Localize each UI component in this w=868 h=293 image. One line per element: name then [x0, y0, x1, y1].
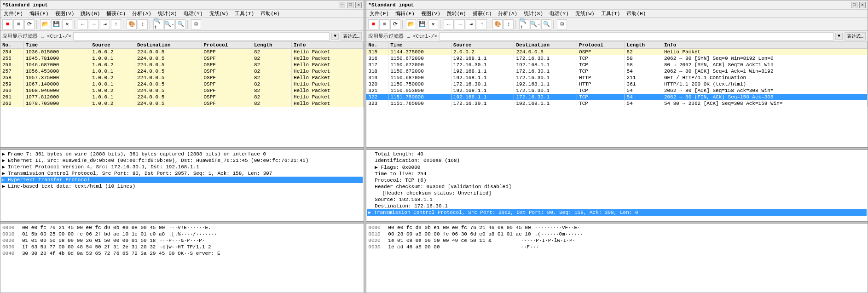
left-hex-scroll[interactable]: 0000 00 e0 fc 76 21 45 00 e0 fc d9 0b e0…: [0, 224, 364, 293]
left-tb-back[interactable]: ←: [78, 19, 88, 29]
detail-item[interactable]: [Header checksum status: Unverified]: [367, 190, 867, 196]
left-menu-file[interactable]: 文件(F): [2, 10, 24, 17]
right-filter-expr[interactable]: 表达式…: [845, 32, 866, 40]
left-menu-capture[interactable]: 捕获(C): [105, 10, 127, 17]
left-tb-resize[interactable]: ⊞: [191, 19, 201, 29]
left-minimize-btn[interactable]: —: [339, 2, 345, 8]
right-menu-tools[interactable]: 工具(T): [600, 10, 622, 17]
table-row[interactable]: 317 1150.672000 172.16.30.1 192.168.1.1 …: [366, 62, 867, 68]
table-row[interactable]: 316 1150.672000 192.168.1.1 172.16.30.1 …: [366, 55, 867, 62]
left-packet-list-scroll[interactable]: No. Time Source Destination Protocol Len…: [0, 42, 364, 148]
table-row[interactable]: 318 1150.672000 192.168.1.1 172.16.30.1 …: [366, 68, 867, 75]
right-tb-goto[interactable]: ⇥: [466, 19, 476, 29]
right-close-btn[interactable]: ✕: [859, 2, 866, 8]
left-filter-expr[interactable]: 表达式…: [341, 32, 362, 40]
table-row[interactable]: 255 1045.781000 1.0.0.1 224.0.0.5 OSPF 8…: [0, 55, 364, 62]
left-tb-restart[interactable]: ⟳: [24, 19, 35, 29]
left-tb-zoom-out[interactable]: 🔍-: [164, 19, 174, 29]
left-tb-zoom-in[interactable]: 🔍+: [153, 19, 163, 29]
left-menu-tools[interactable]: 工具(T): [233, 10, 255, 17]
detail-item[interactable]: Header checksum: 0x306d [validation disa…: [367, 184, 867, 190]
left-tb-zoom-reset[interactable]: 🔍: [175, 19, 185, 29]
detail-item[interactable]: Source: 192.168.1.1: [367, 196, 867, 203]
right-tb-up[interactable]: ↑: [477, 19, 487, 29]
left-maximize-btn[interactable]: □: [347, 2, 353, 8]
right-menu-wireless[interactable]: 无线(W): [574, 10, 596, 17]
right-tb-back[interactable]: ←: [444, 19, 454, 29]
detail-item[interactable]: ▶ Frame 7: 361 bytes on wire (2888 bits)…: [1, 151, 363, 157]
detail-item-tcp[interactable]: ▶ Transmission Control Protocol, Src Por…: [367, 209, 867, 216]
detail-item[interactable]: ▶ Ethernet II, Src: HuaweiTe_d9:0b:e0 (0…: [1, 157, 363, 164]
right-menu-phone[interactable]: 电话(Y): [548, 10, 570, 17]
left-tb-goto[interactable]: ⇥: [100, 19, 110, 29]
table-row[interactable]: 321 1150.953000 192.168.1.1 172.16.30.1 …: [366, 87, 867, 94]
table-row[interactable]: 315 1144.375000 2.0.0.2 224.0.0.5 OSPF 8…: [366, 49, 867, 56]
left-menu-edit[interactable]: 编辑(E): [28, 10, 50, 17]
table-row[interactable]: 322 1151.750000 192.168.1.1 172.16.30.1 …: [366, 94, 867, 100]
right-maximize-btn[interactable]: □: [851, 2, 857, 8]
table-row[interactable]: 323 1151.765000 172.16.30.1 192.168.1.1 …: [366, 100, 867, 107]
left-menu-wireless[interactable]: 无线(W): [208, 10, 230, 17]
left-detail-scroll[interactable]: ▶ Frame 7: 361 bytes on wire (2888 bits)…: [0, 150, 364, 221]
table-row[interactable]: 262 1078.703000 1.0.0.2 224.0.0.5 OSPF 8…: [0, 100, 364, 107]
right-tb-restart[interactable]: ⟳: [390, 19, 400, 29]
right-hex-scroll[interactable]: 0000 00 e0 fc d9 0b e1 00 e0 fc 76 21 46…: [366, 224, 868, 293]
right-tb-zoom-reset[interactable]: 🔍: [541, 19, 551, 29]
right-tb-zoom-in[interactable]: 🔍+: [519, 19, 529, 29]
right-tb-stop[interactable]: ■: [379, 19, 389, 29]
detail-item[interactable]: Time to live: 254: [367, 171, 867, 177]
left-menu-go[interactable]: 跳转(G): [79, 10, 101, 17]
table-row[interactable]: 258 1057.375000 1.0.0.2 224.0.0.5 OSPF 8…: [0, 75, 364, 81]
left-tb-start[interactable]: ■: [2, 19, 12, 29]
right-filter-input[interactable]: [439, 32, 833, 40]
right-menu-view[interactable]: 视图(V): [420, 10, 442, 17]
right-detail-scroll[interactable]: Total Length: 40Identification: 0x00a8 (…: [366, 150, 868, 221]
table-row[interactable]: 256 1046.687000 1.0.0.2 224.0.0.5 OSPF 8…: [0, 62, 364, 68]
left-tb-up[interactable]: ↑: [111, 19, 121, 29]
right-tb-zoom-out[interactable]: 🔍-: [530, 19, 540, 29]
detail-item[interactable]: Destination: 172.16.30.1: [367, 203, 867, 209]
left-tb-colorize[interactable]: 🎨: [127, 19, 137, 29]
left-filter-dropdown[interactable]: ▼: [331, 33, 339, 40]
right-menu-edit[interactable]: 编辑(E): [394, 10, 416, 17]
right-tb-autoscroll[interactable]: ↕: [503, 19, 514, 29]
table-row[interactable]: 320 1150.750000 172.16.30.1 192.168.1.1 …: [366, 81, 867, 87]
left-tb-forward[interactable]: →: [89, 19, 99, 29]
detail-item[interactable]: Total Length: 40: [367, 151, 867, 157]
right-tb-close[interactable]: ✕: [428, 19, 438, 29]
table-row[interactable]: 259 1067.140000 1.0.0.1 224.0.0.5 OSPF 8…: [0, 81, 364, 87]
left-tb-autoscroll[interactable]: ↕: [138, 19, 148, 29]
right-menu-go[interactable]: 跳转(G): [446, 10, 468, 17]
left-menu-stats[interactable]: 统计(S): [156, 10, 179, 17]
left-menu-help[interactable]: 帮助(H): [259, 10, 281, 17]
detail-item[interactable]: ▷ Hypertext Transfer Protocol: [1, 177, 363, 183]
right-tb-start[interactable]: ■: [368, 19, 378, 29]
table-row[interactable]: 260 1068.046000 1.0.0.2 224.0.0.5 OSPF 8…: [0, 87, 364, 94]
right-tb-open[interactable]: 📂: [406, 19, 416, 29]
left-menu-analyze[interactable]: 分析(A): [131, 10, 153, 17]
right-filter-dropdown[interactable]: ▼: [835, 33, 843, 40]
right-packet-list-scroll[interactable]: No. Time Source Destination Protocol Len…: [366, 42, 868, 148]
detail-item[interactable]: ▶ Internet Protocol Version 4, Src: 172.…: [1, 164, 363, 170]
left-tb-save[interactable]: 💾: [51, 19, 61, 29]
left-menu-view[interactable]: 视图(V): [54, 10, 76, 17]
left-filter-input[interactable]: [73, 32, 330, 40]
right-menu-stats[interactable]: 统计(S): [522, 10, 544, 17]
table-row[interactable]: 257 1056.453000 1.0.0.1 224.0.0.5 OSPF 8…: [0, 68, 364, 75]
detail-item[interactable]: ▶ Line-based text data: text/html (10 li…: [1, 183, 363, 190]
right-tb-colorize[interactable]: 🎨: [492, 19, 503, 29]
left-menu-phone[interactable]: 电话(Y): [182, 10, 204, 17]
right-menu-help[interactable]: 帮助(H): [625, 10, 647, 17]
table-row[interactable]: 261 1077.812000 1.0.0.1 224.0.0.5 OSPF 8…: [0, 94, 364, 100]
table-row[interactable]: 319 1150.687000 192.168.1.1 172.16.30.1 …: [366, 75, 867, 81]
right-tb-forward[interactable]: →: [455, 19, 465, 29]
left-tb-close[interactable]: ✕: [62, 19, 72, 29]
right-menu-analyze[interactable]: 分析(A): [497, 10, 519, 17]
detail-item[interactable]: Identification: 0x00a8 (168): [367, 157, 867, 164]
detail-item[interactable]: ▶ Transmission Control Protocol, Src Por…: [1, 170, 363, 177]
left-close-btn[interactable]: ✕: [355, 2, 362, 8]
left-tb-stop[interactable]: ■: [13, 19, 23, 29]
detail-item[interactable]: Protocol: TCP (6): [367, 177, 867, 184]
right-menu-capture[interactable]: 捕获(C): [471, 10, 493, 17]
right-tb-resize[interactable]: ⊞: [557, 19, 567, 29]
